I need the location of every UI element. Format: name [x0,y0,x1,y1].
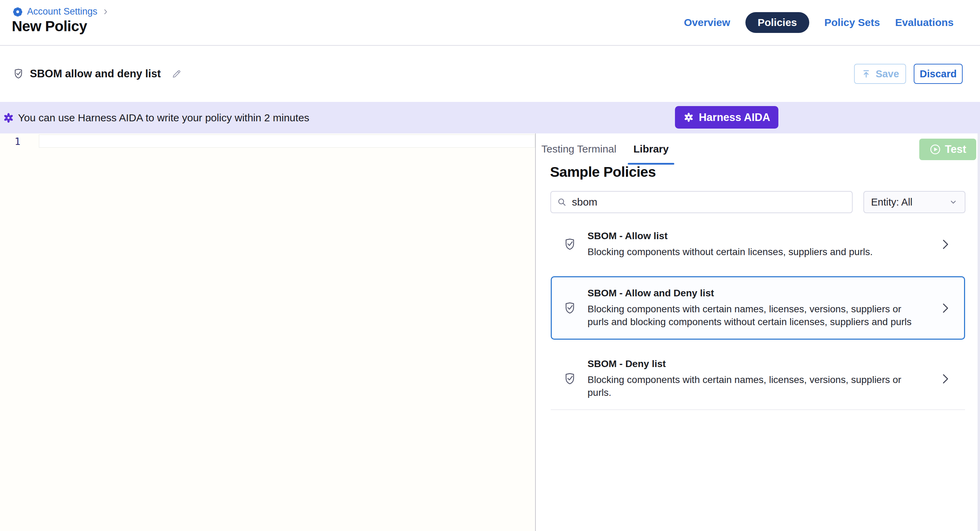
page-title: New Policy [12,18,87,35]
tab-testing-terminal[interactable]: Testing Terminal [541,143,616,155]
page-header: Account Settings New Policy Overview Pol… [0,0,980,46]
chevron-right-icon [941,302,950,314]
shield-check-icon [13,68,24,80]
policy-card-description: Blocking components without certain lice… [587,246,917,258]
shield-check-icon [563,301,577,315]
breadcrumb-link-account-settings[interactable]: Account Settings [27,6,97,17]
harness-aida-button-label: Harness AIDA [699,111,770,124]
policy-action-bar: SBOM allow and deny list Save Discard [0,46,980,102]
shield-check-icon [563,238,577,251]
policy-card-body: SBOM - Allow and Deny list Blocking comp… [587,288,941,328]
chevron-right-icon [941,373,950,385]
tab-policy-sets[interactable]: Policy Sets [824,17,880,29]
scrollbar[interactable] [978,133,980,531]
entity-filter-dropdown[interactable]: Entity: All [864,191,966,213]
test-button[interactable]: Test [919,139,976,160]
chevron-right-icon [102,8,109,16]
discard-button[interactable]: Discard [914,64,963,84]
aida-sparkle-icon [683,112,694,123]
test-button-label: Test [945,143,966,155]
save-button[interactable]: Save [854,64,906,84]
policy-card-description: Blocking components with certain names, … [587,303,917,328]
library-panel: Testing Terminal Library Test Sample Pol… [536,133,980,531]
workspace: 1 Testing Terminal Library Test Sample P… [0,133,980,531]
tab-policies[interactable]: Policies [745,12,809,33]
discard-button-label: Discard [920,68,956,80]
breadcrumb: Account Settings [13,6,109,17]
tab-library[interactable]: Library [633,143,669,155]
policy-card-sbom-deny-list[interactable]: SBOM - Deny list Blocking components wit… [551,348,965,410]
play-circle-icon [929,144,941,155]
search-box [550,191,853,213]
policy-actions: Save Discard [854,64,963,84]
search-input[interactable] [572,196,846,208]
library-filters: Entity: All [550,191,966,213]
editor-current-line[interactable] [39,135,535,147]
sample-policies-heading: Sample Policies [550,164,656,180]
aida-sparkle-icon [3,112,14,124]
policy-name-group: SBOM allow and deny list [13,68,182,80]
harness-aida-button[interactable]: Harness AIDA [675,106,778,128]
policy-card-title: SBOM - Allow and Deny list [587,288,931,299]
policy-card-title: SBOM - Deny list [587,358,931,369]
policy-card-sbom-allow-and-deny-list[interactable]: SBOM - Allow and Deny list Blocking comp… [551,276,965,340]
panel-tabs: Testing Terminal Library [541,143,669,155]
code-editor[interactable]: 1 [0,133,536,531]
aida-banner-message: You can use Harness AIDA to write your p… [18,112,309,124]
new-policy-page: Account Settings New Policy Overview Pol… [0,0,980,531]
gear-icon [13,6,23,17]
tab-evaluations[interactable]: Evaluations [895,17,954,29]
pencil-icon[interactable] [171,68,182,79]
editor-line-number: 1 [14,136,21,147]
aida-banner: You can use Harness AIDA to write your p… [0,102,980,133]
search-icon [557,197,567,207]
shield-check-icon [563,372,577,386]
policy-card-title: SBOM - Allow list [587,230,931,242]
policy-name: SBOM allow and deny list [30,68,161,80]
top-nav-tabs: Overview Policies Policy Sets Evaluation… [684,0,954,45]
policy-card-description: Blocking components with certain names, … [587,373,917,399]
policy-card-sbom-allow-list[interactable]: SBOM - Allow list Blocking components wi… [551,220,965,269]
save-button-label: Save [875,68,899,80]
chevron-right-icon [941,238,950,250]
tab-overview[interactable]: Overview [684,17,730,29]
policy-card-body: SBOM - Deny list Blocking components wit… [587,358,941,399]
policy-card-body: SBOM - Allow list Blocking components wi… [587,230,941,258]
sample-policy-list: SBOM - Allow list Blocking components wi… [551,220,965,410]
upload-icon [861,69,871,79]
entity-filter-value: Entity: All [871,197,912,208]
chevron-down-icon [949,198,958,206]
